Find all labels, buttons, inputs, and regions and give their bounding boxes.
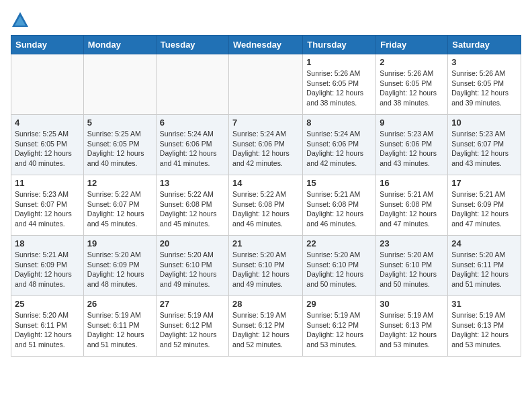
day-number: 11 bbox=[15, 178, 80, 188]
day-number: 9 bbox=[380, 118, 444, 128]
day-number: 19 bbox=[87, 238, 152, 248]
day-number: 12 bbox=[87, 178, 152, 188]
day-info: Sunrise: 5:24 AM Sunset: 6:06 PM Dayligh… bbox=[160, 129, 225, 169]
day-info: Sunrise: 5:20 AM Sunset: 6:10 PM Dayligh… bbox=[160, 250, 225, 289]
calendar-cell bbox=[156, 54, 228, 115]
calendar-cell: 10Sunrise: 5:23 AM Sunset: 6:07 PM Dayli… bbox=[448, 115, 521, 175]
day-info: Sunrise: 5:20 AM Sunset: 6:10 PM Dayligh… bbox=[380, 250, 444, 289]
day-number: 1 bbox=[306, 57, 372, 67]
calendar-cell: 16Sunrise: 5:21 AM Sunset: 6:08 PM Dayli… bbox=[376, 175, 448, 236]
calendar-row-2: 4Sunrise: 5:25 AM Sunset: 6:05 PM Daylig… bbox=[11, 115, 521, 175]
calendar-cell: 7Sunrise: 5:24 AM Sunset: 6:06 PM Daylig… bbox=[229, 115, 303, 175]
day-number: 3 bbox=[451, 57, 517, 67]
day-info: Sunrise: 5:26 AM Sunset: 6:05 PM Dayligh… bbox=[451, 68, 517, 108]
day-info: Sunrise: 5:26 AM Sunset: 6:05 PM Dayligh… bbox=[380, 68, 444, 108]
day-number: 28 bbox=[232, 299, 299, 309]
day-info: Sunrise: 5:25 AM Sunset: 6:05 PM Dayligh… bbox=[15, 129, 80, 169]
day-info: Sunrise: 5:19 AM Sunset: 6:11 PM Dayligh… bbox=[87, 310, 152, 350]
day-info: Sunrise: 5:24 AM Sunset: 6:06 PM Dayligh… bbox=[232, 129, 299, 169]
calendar-cell: 1Sunrise: 5:26 AM Sunset: 6:05 PM Daylig… bbox=[303, 54, 376, 115]
day-info: Sunrise: 5:23 AM Sunset: 6:07 PM Dayligh… bbox=[15, 189, 80, 229]
calendar-cell: 29Sunrise: 5:19 AM Sunset: 6:12 PM Dayli… bbox=[303, 296, 376, 357]
day-info: Sunrise: 5:21 AM Sunset: 6:09 PM Dayligh… bbox=[15, 250, 80, 289]
calendar-cell: 14Sunrise: 5:22 AM Sunset: 6:08 PM Dayli… bbox=[229, 175, 303, 236]
day-info: Sunrise: 5:25 AM Sunset: 6:05 PM Dayligh… bbox=[87, 129, 152, 169]
calendar-cell: 31Sunrise: 5:19 AM Sunset: 6:13 PM Dayli… bbox=[448, 296, 521, 357]
col-header-monday: Monday bbox=[83, 36, 156, 54]
day-number: 7 bbox=[232, 118, 299, 128]
calendar-row-5: 25Sunrise: 5:20 AM Sunset: 6:11 PM Dayli… bbox=[11, 296, 521, 357]
day-info: Sunrise: 5:21 AM Sunset: 6:08 PM Dayligh… bbox=[306, 189, 372, 229]
day-info: Sunrise: 5:19 AM Sunset: 6:12 PM Dayligh… bbox=[232, 310, 299, 350]
day-number: 6 bbox=[160, 118, 225, 128]
day-info: Sunrise: 5:19 AM Sunset: 6:12 PM Dayligh… bbox=[306, 310, 372, 350]
col-header-wednesday: Wednesday bbox=[229, 36, 303, 54]
calendar-header-row: SundayMondayTuesdayWednesdayThursdayFrid… bbox=[11, 36, 521, 54]
day-info: Sunrise: 5:22 AM Sunset: 6:08 PM Dayligh… bbox=[160, 189, 225, 229]
logo bbox=[11, 11, 32, 30]
day-info: Sunrise: 5:20 AM Sunset: 6:11 PM Dayligh… bbox=[451, 250, 517, 289]
day-number: 8 bbox=[306, 118, 372, 128]
day-number: 29 bbox=[306, 299, 372, 309]
calendar-cell bbox=[229, 54, 303, 115]
day-info: Sunrise: 5:24 AM Sunset: 6:06 PM Dayligh… bbox=[306, 129, 372, 169]
day-number: 15 bbox=[306, 178, 372, 188]
day-number: 13 bbox=[160, 178, 225, 188]
calendar-cell: 15Sunrise: 5:21 AM Sunset: 6:08 PM Dayli… bbox=[303, 175, 376, 236]
calendar-cell: 27Sunrise: 5:19 AM Sunset: 6:12 PM Dayli… bbox=[156, 296, 228, 357]
calendar-cell bbox=[83, 54, 156, 115]
calendar: SundayMondayTuesdayWednesdayThursdayFrid… bbox=[11, 35, 521, 357]
calendar-cell bbox=[11, 54, 84, 115]
day-info: Sunrise: 5:21 AM Sunset: 6:08 PM Dayligh… bbox=[380, 189, 444, 229]
calendar-cell: 20Sunrise: 5:20 AM Sunset: 6:10 PM Dayli… bbox=[156, 236, 228, 296]
day-info: Sunrise: 5:19 AM Sunset: 6:13 PM Dayligh… bbox=[380, 310, 444, 350]
calendar-cell: 26Sunrise: 5:19 AM Sunset: 6:11 PM Dayli… bbox=[83, 296, 156, 357]
calendar-cell: 6Sunrise: 5:24 AM Sunset: 6:06 PM Daylig… bbox=[156, 115, 228, 175]
calendar-cell: 4Sunrise: 5:25 AM Sunset: 6:05 PM Daylig… bbox=[11, 115, 84, 175]
day-info: Sunrise: 5:20 AM Sunset: 6:11 PM Dayligh… bbox=[15, 310, 80, 350]
day-info: Sunrise: 5:22 AM Sunset: 6:08 PM Dayligh… bbox=[232, 189, 299, 229]
day-info: Sunrise: 5:21 AM Sunset: 6:09 PM Dayligh… bbox=[451, 189, 517, 229]
day-number: 27 bbox=[160, 299, 225, 309]
day-number: 5 bbox=[87, 118, 152, 128]
day-number: 14 bbox=[232, 178, 299, 188]
calendar-cell: 2Sunrise: 5:26 AM Sunset: 6:05 PM Daylig… bbox=[376, 54, 448, 115]
calendar-cell: 24Sunrise: 5:20 AM Sunset: 6:11 PM Dayli… bbox=[448, 236, 521, 296]
calendar-cell: 11Sunrise: 5:23 AM Sunset: 6:07 PM Dayli… bbox=[11, 175, 84, 236]
calendar-cell: 18Sunrise: 5:21 AM Sunset: 6:09 PM Dayli… bbox=[11, 236, 84, 296]
day-info: Sunrise: 5:19 AM Sunset: 6:13 PM Dayligh… bbox=[451, 310, 517, 350]
calendar-row-3: 11Sunrise: 5:23 AM Sunset: 6:07 PM Dayli… bbox=[11, 175, 521, 236]
calendar-cell: 22Sunrise: 5:20 AM Sunset: 6:10 PM Dayli… bbox=[303, 236, 376, 296]
calendar-cell: 28Sunrise: 5:19 AM Sunset: 6:12 PM Dayli… bbox=[229, 296, 303, 357]
day-number: 22 bbox=[306, 238, 372, 248]
calendar-row-4: 18Sunrise: 5:21 AM Sunset: 6:09 PM Dayli… bbox=[11, 236, 521, 296]
page-header bbox=[11, 11, 521, 30]
col-header-saturday: Saturday bbox=[448, 36, 521, 54]
calendar-cell: 3Sunrise: 5:26 AM Sunset: 6:05 PM Daylig… bbox=[448, 54, 521, 115]
day-number: 21 bbox=[232, 238, 299, 248]
day-number: 20 bbox=[160, 238, 225, 248]
day-number: 10 bbox=[451, 118, 517, 128]
col-header-thursday: Thursday bbox=[303, 36, 376, 54]
col-header-sunday: Sunday bbox=[11, 36, 84, 54]
day-number: 23 bbox=[380, 238, 444, 248]
day-number: 24 bbox=[451, 238, 517, 248]
day-number: 31 bbox=[451, 299, 517, 309]
calendar-cell: 25Sunrise: 5:20 AM Sunset: 6:11 PM Dayli… bbox=[11, 296, 84, 357]
col-header-tuesday: Tuesday bbox=[156, 36, 228, 54]
calendar-cell: 5Sunrise: 5:25 AM Sunset: 6:05 PM Daylig… bbox=[83, 115, 156, 175]
day-number: 30 bbox=[380, 299, 444, 309]
day-number: 17 bbox=[451, 178, 517, 188]
calendar-row-1: 1Sunrise: 5:26 AM Sunset: 6:05 PM Daylig… bbox=[11, 54, 521, 115]
day-info: Sunrise: 5:22 AM Sunset: 6:07 PM Dayligh… bbox=[87, 189, 152, 229]
calendar-cell: 21Sunrise: 5:20 AM Sunset: 6:10 PM Dayli… bbox=[229, 236, 303, 296]
day-number: 26 bbox=[87, 299, 152, 309]
calendar-cell: 30Sunrise: 5:19 AM Sunset: 6:13 PM Dayli… bbox=[376, 296, 448, 357]
day-info: Sunrise: 5:19 AM Sunset: 6:12 PM Dayligh… bbox=[160, 310, 225, 350]
calendar-cell: 13Sunrise: 5:22 AM Sunset: 6:08 PM Dayli… bbox=[156, 175, 228, 236]
day-info: Sunrise: 5:23 AM Sunset: 6:07 PM Dayligh… bbox=[451, 129, 517, 169]
calendar-cell: 8Sunrise: 5:24 AM Sunset: 6:06 PM Daylig… bbox=[303, 115, 376, 175]
day-number: 4 bbox=[15, 118, 80, 128]
day-number: 25 bbox=[15, 299, 80, 309]
calendar-cell: 9Sunrise: 5:23 AM Sunset: 6:06 PM Daylig… bbox=[376, 115, 448, 175]
